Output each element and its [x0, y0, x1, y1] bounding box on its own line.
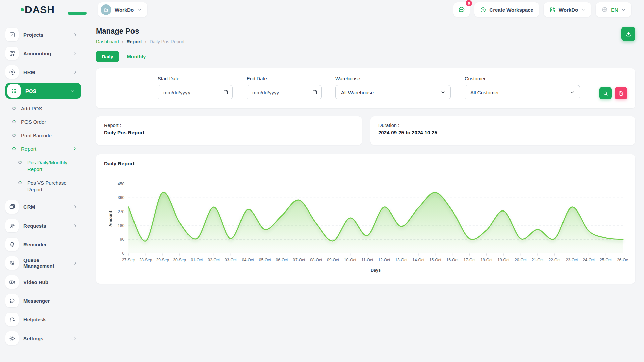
svg-text:90: 90	[120, 237, 125, 242]
end-date-input[interactable]	[247, 85, 322, 99]
svg-text:Days: Days	[371, 268, 381, 273]
svg-text:0: 0	[122, 251, 124, 256]
warehouse-label: Warehouse	[335, 76, 451, 81]
filter-panel: Start Date End Date Warehouse	[96, 68, 635, 108]
svg-text:05-Oct: 05-Oct	[259, 258, 271, 262]
sidebar-item-settings[interactable]: Settings	[5, 330, 81, 346]
svg-text:21-Oct: 21-Oct	[532, 258, 544, 262]
user-plus-icon	[5, 219, 19, 232]
app-menu-label: WorkDo	[559, 7, 578, 13]
svg-text:28-Sep: 28-Sep	[139, 258, 152, 262]
svg-text:12-Oct: 12-Oct	[378, 258, 390, 262]
sidebar-item-label: POS	[25, 88, 36, 94]
sidebar-item-label: HRM	[23, 69, 35, 75]
app-logo: DASH	[21, 4, 74, 15]
svg-text:14-Oct: 14-Oct	[412, 258, 425, 262]
sidebar-item-pos[interactable]: POS	[5, 83, 81, 99]
warehouse-field: Warehouse All Warehouse	[335, 76, 451, 99]
tab-daily[interactable]: Daily	[96, 51, 119, 62]
sidebar-item-requests[interactable]: Requests	[5, 218, 81, 233]
sidebar-item-pos-daily-monthly-report[interactable]: Pos Daily/Monthly Report	[5, 156, 81, 176]
person-dashed-circle-icon	[5, 65, 19, 79]
download-report-button[interactable]	[621, 27, 635, 41]
svg-text:26-Oct: 26-Oct	[617, 258, 628, 262]
daily-report-card: Daily Report 090180270360450Amount27-Sep…	[96, 154, 635, 284]
dots-grid-icon	[7, 84, 21, 98]
sidebar-item-helpdesk[interactable]: Helpdesk	[5, 312, 81, 327]
chevron-down-icon	[440, 89, 446, 95]
headset-icon	[5, 313, 19, 326]
tab-monthly[interactable]: Monthly	[122, 51, 151, 62]
chat-bubble-icon	[458, 6, 466, 14]
logo-accent-bar	[68, 12, 87, 15]
report-period-tabs: Daily Monthly	[96, 51, 635, 62]
sidebar-item-label: Reminder	[23, 242, 47, 247]
sidebar-item-accounting[interactable]: Accounting	[5, 46, 81, 61]
svg-text:10-Oct: 10-Oct	[344, 258, 357, 262]
chevron-right-icon	[73, 51, 78, 56]
sidebar-item-pos-vs-purchase-report[interactable]: Pos VS Purchase Report	[5, 176, 81, 197]
app-menu-button[interactable]: WorkDo	[544, 2, 591, 17]
language-selector[interactable]: EN	[596, 2, 631, 17]
messages-badge: 0	[466, 0, 472, 6]
summary-cards: Report : Daily Pos Report Duration : 202…	[96, 116, 635, 145]
daily-report-area-chart: 090180270360450Amount27-Sep28-Sep29-Sep3…	[103, 179, 628, 280]
sidebar-item-messenger[interactable]: Messenger	[5, 293, 81, 308]
report-summary-card: Report : Daily Pos Report	[96, 116, 362, 145]
reset-filter-button[interactable]	[615, 87, 627, 99]
sidebar-item-pos-order[interactable]: POS Order	[5, 115, 81, 129]
cards-icon	[5, 200, 19, 214]
chevron-down-icon	[581, 8, 585, 12]
breadcrumb-dashboard[interactable]: Dashboard	[96, 39, 119, 44]
search-icon	[603, 90, 608, 96]
sidebar-item-add-pos[interactable]: Add POS	[5, 102, 81, 115]
sidebar-item-queue-management[interactable]: Queue Management	[5, 255, 81, 271]
svg-text:09-Oct: 09-Oct	[327, 258, 339, 262]
page-title: Manage Pos	[96, 27, 185, 36]
plus-circle-icon	[480, 7, 486, 13]
video-camera-icon	[5, 275, 19, 289]
apply-filter-button[interactable]	[599, 87, 612, 99]
topbar: DASH WorkDo 0 Create Workspace WorkDo	[0, 0, 644, 19]
svg-text:03-Oct: 03-Oct	[225, 258, 237, 262]
sidebar-item-hrm[interactable]: HRM	[5, 64, 81, 80]
sidebar-item-report[interactable]: Report	[5, 142, 81, 156]
app-root: DASH WorkDo 0 Create Workspace WorkDo	[0, 0, 644, 362]
breadcrumb-current: Daily Pos Report	[150, 39, 185, 44]
sidebar: Projects Accounting HRM POS	[0, 19, 86, 362]
svg-text:19-Oct: 19-Oct	[497, 258, 510, 262]
customer-select[interactable]: All Customer	[465, 85, 580, 99]
start-date-input[interactable]	[158, 85, 233, 99]
grid-plus-icon	[5, 47, 19, 60]
create-workspace-button[interactable]: Create Workspace	[474, 2, 539, 17]
chat-bubble-icon	[5, 294, 19, 307]
svg-text:24-Oct: 24-Oct	[583, 258, 595, 262]
sidebar-item-reminder[interactable]: Reminder	[5, 237, 81, 252]
messages-button[interactable]: 0	[453, 2, 470, 17]
sidebar-item-label: Helpdesk	[23, 317, 46, 322]
sidebar-item-label: Pos Daily/Monthly Report	[27, 159, 77, 173]
customer-selected-value: All Customer	[470, 89, 499, 95]
sidebar-item-video-hub[interactable]: Video Hub	[5, 274, 81, 290]
chevron-right-icon	[73, 204, 78, 209]
svg-text:270: 270	[118, 209, 124, 214]
svg-text:01-Oct: 01-Oct	[191, 258, 203, 262]
submenu-bullet-icon	[12, 120, 16, 124]
chevron-right-icon	[73, 70, 78, 75]
workspace-switcher[interactable]: WorkDo	[98, 2, 147, 17]
language-code: EN	[611, 7, 618, 13]
sidebar-item-print-barcode[interactable]: Print Barcode	[5, 129, 81, 142]
breadcrumb-report[interactable]: Report	[127, 39, 142, 44]
svg-text:450: 450	[118, 182, 124, 186]
sidebar-item-crm[interactable]: CRM	[5, 199, 81, 215]
bell-icon	[5, 238, 19, 251]
chevron-right-icon	[73, 336, 78, 341]
svg-text:25-Oct: 25-Oct	[600, 258, 612, 262]
svg-text:360: 360	[118, 195, 124, 200]
submenu-bullet-icon	[12, 147, 16, 151]
svg-text:30-Sep: 30-Sep	[173, 258, 186, 262]
svg-text:02-Oct: 02-Oct	[208, 258, 220, 262]
sidebar-item-projects[interactable]: Projects	[5, 27, 81, 42]
warehouse-select[interactable]: All Warehouse	[335, 85, 451, 99]
chart-title: Daily Report	[96, 154, 635, 173]
